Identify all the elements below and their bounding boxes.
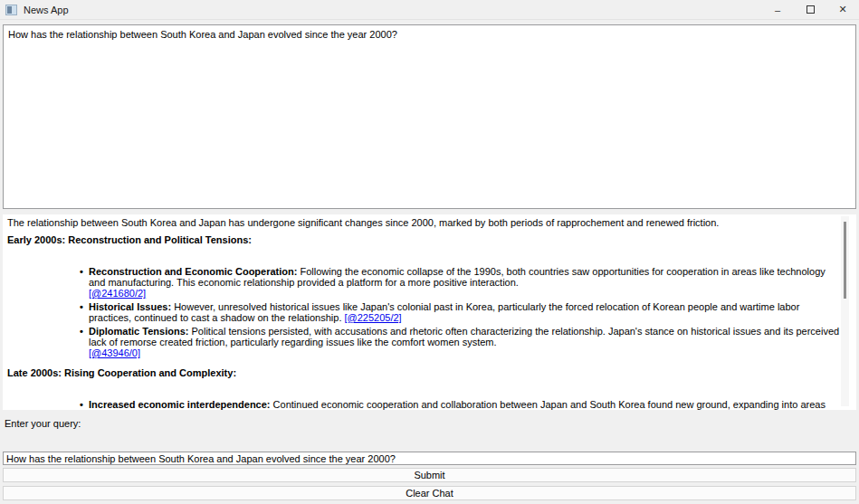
submit-button[interactable]: Submit [3, 468, 856, 482]
bullet-text: However, unresolved historical issues li… [89, 301, 799, 323]
bullet-reconstruction: Reconstruction and Economic Cooperation:… [80, 266, 844, 299]
scrollbar-thumb[interactable] [844, 222, 846, 299]
bullet-label: Reconstruction and Economic Cooperation: [89, 266, 297, 277]
window-controls: – ✕ [761, 0, 859, 19]
section-heading-late-2000s: Late 2000s: Rising Cooperation and Compl… [7, 367, 844, 378]
bullet-historical-issues: Historical Issues: However, unresolved h… [80, 301, 844, 323]
response-panel: The relationship between South Korea and… [3, 214, 856, 410]
clear-chat-button[interactable]: Clear Chat [3, 486, 856, 500]
bullet-list-late-2000s: Increased economic interdependence: Cont… [7, 399, 844, 410]
minimize-icon[interactable]: – [761, 0, 794, 19]
bullet-economic-interdependence: Increased economic interdependence: Cont… [80, 399, 844, 410]
maximize-icon[interactable] [794, 0, 826, 19]
window-title: News App [24, 5, 69, 15]
bullet-label: Diplomatic Tensions: [89, 326, 188, 337]
bullet-diplomatic-tensions: Diplomatic Tensions: Political tensions … [80, 326, 844, 358]
citation-link[interactable]: [@241680/2] [89, 288, 146, 299]
bullet-text: Political tensions persisted, with accus… [89, 326, 839, 347]
query-input[interactable] [3, 452, 856, 465]
bullet-label: Increased economic interdependence: [89, 399, 271, 410]
citation-link[interactable]: [@43946/0] [89, 347, 140, 358]
app-icon [5, 5, 17, 15]
chat-history-textarea[interactable]: How has the relationship between South K… [3, 24, 856, 209]
titlebar: News App – ✕ [0, 0, 859, 20]
citation-link[interactable]: [@225205/2] [345, 312, 402, 323]
response-intro: The relationship between South Korea and… [7, 217, 844, 228]
section-heading-early-2000s: Early 2000s: Reconstruction and Politica… [7, 234, 844, 245]
query-label: Enter your query: [5, 418, 81, 429]
bullet-list-early-2000s: Reconstruction and Economic Cooperation:… [7, 266, 844, 358]
bullet-label: Historical Issues: [89, 301, 171, 312]
response-scrollbar[interactable] [841, 216, 849, 406]
close-icon[interactable]: ✕ [826, 0, 859, 19]
